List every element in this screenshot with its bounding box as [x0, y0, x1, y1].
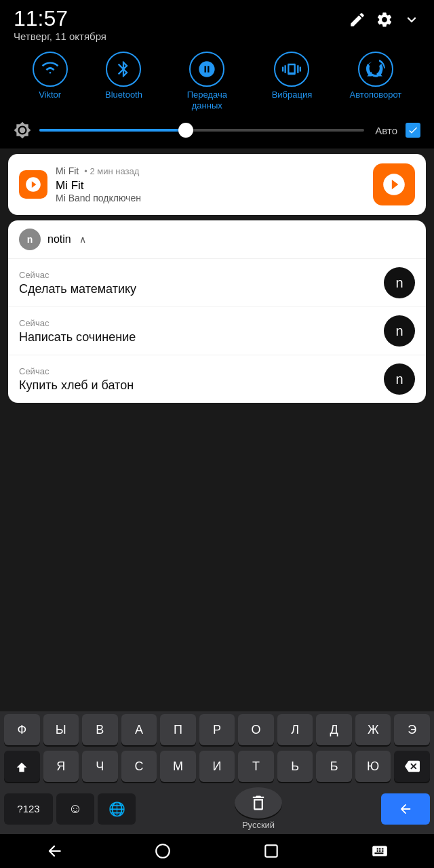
- quick-settings: Viktor Bluetooth Передача данных Вибраци…: [0, 45, 434, 149]
- key-num[interactable]: ?123: [4, 793, 53, 825]
- nav-keyboard-button[interactable]: [363, 837, 397, 865]
- time: 11:57: [14, 7, 106, 31]
- key-space-area: Русский: [139, 787, 378, 830]
- key-emoji[interactable]: ☺: [56, 793, 94, 825]
- keyboard-row-2: Я Ч С М И Т Ь Б Ю: [0, 748, 434, 785]
- key-p[interactable]: П: [160, 714, 196, 745]
- nav-home-button[interactable]: [146, 837, 180, 865]
- tile-data[interactable]: Передача данных: [180, 52, 234, 111]
- notin-item-2-text: Написать сочинение: [19, 330, 384, 344]
- notin-item-1-time: Сейчас: [19, 270, 384, 280]
- keyboard: Ф Ы В А П Р О Л Д Ж Э Я Ч С М И Т Ь Б Ю …: [0, 711, 434, 834]
- notin-avatar: n: [19, 229, 41, 250]
- status-bar: 11:57 Четверг, 11 октября: [0, 0, 434, 45]
- nav-back-button[interactable]: [37, 837, 71, 865]
- keyboard-bottom-row: ?123 ☺ 🌐 Русский: [0, 785, 434, 834]
- svg-point-0: [156, 844, 170, 858]
- key-v[interactable]: В: [82, 714, 118, 745]
- notin-item-2-time: Сейчас: [19, 318, 384, 328]
- key-r[interactable]: Р: [199, 714, 235, 745]
- tile-vibration[interactable]: Вибрация: [272, 52, 313, 111]
- nav-recents-button[interactable]: [254, 837, 288, 865]
- tile-wifi[interactable]: Viktor: [33, 52, 68, 111]
- key-ch[interactable]: Ч: [82, 751, 118, 782]
- notin-item-1-left: Сейчас Сделать математику: [19, 270, 384, 296]
- mifit-header: Mi Fit • 2 мин назад: [56, 165, 365, 176]
- key-b[interactable]: Б: [316, 751, 352, 782]
- notin-item-2[interactable]: Сейчас Написать сочинение n: [8, 307, 426, 355]
- tile-vibration-label: Вибрация: [272, 90, 313, 100]
- tile-data-label: Передача данных: [180, 90, 234, 111]
- expand-icon[interactable]: [403, 11, 420, 28]
- key-i[interactable]: И: [199, 751, 235, 782]
- notin-item-3[interactable]: Сейчас Купить хлеб и батон n: [8, 355, 426, 403]
- mifit-content: Mi Fit • 2 мин назад Mi Fit Mi Band подк…: [56, 165, 365, 203]
- key-lang-label: Русский: [242, 820, 275, 830]
- status-left: 11:57 Четверг, 11 октября: [14, 7, 106, 42]
- notin-chevron-icon: ∧: [79, 234, 86, 245]
- key-backspace[interactable]: [394, 751, 430, 782]
- brightness-fill: [39, 129, 186, 132]
- mifit-notification[interactable]: Mi Fit • 2 мин назад Mi Fit Mi Band подк…: [8, 154, 426, 215]
- key-delete-center[interactable]: [235, 787, 282, 818]
- key-s[interactable]: С: [121, 751, 157, 782]
- mifit-big-icon: [373, 163, 415, 205]
- key-e[interactable]: Э: [394, 714, 430, 745]
- key-yu[interactable]: Ю: [355, 751, 391, 782]
- notin-notification[interactable]: n notin ∧ Сейчас Сделать математику n Се…: [8, 220, 426, 403]
- key-enter[interactable]: [381, 793, 430, 825]
- notin-item-1[interactable]: Сейчас Сделать математику n: [8, 259, 426, 307]
- edit-icon[interactable]: [349, 11, 366, 28]
- mifit-app-icon: [19, 170, 47, 199]
- nav-bar: [0, 834, 434, 868]
- data-tile-icon: [189, 52, 224, 87]
- svg-rect-1: [265, 845, 277, 856]
- tile-autorotate[interactable]: Автоповорот: [350, 52, 402, 111]
- auto-checkbox[interactable]: [406, 123, 420, 138]
- brightness-row: Авто: [14, 121, 420, 139]
- mifit-subtitle: Mi Band подключен: [56, 193, 365, 203]
- mifit-title: Mi Fit: [56, 179, 365, 193]
- key-ya[interactable]: Я: [43, 751, 79, 782]
- brightness-thumb: [178, 123, 193, 138]
- wifi-tile-icon: [33, 52, 68, 87]
- auto-label: Авто: [375, 125, 397, 136]
- notin-item-3-time: Сейчас: [19, 366, 384, 376]
- key-f[interactable]: Ф: [4, 714, 40, 745]
- notin-item-2-avatar: n: [384, 315, 415, 347]
- settings-icon[interactable]: [376, 11, 393, 28]
- tile-autorotate-label: Автоповорот: [350, 90, 402, 100]
- bluetooth-tile-icon: [106, 52, 141, 87]
- notin-header: n notin ∧: [8, 220, 426, 259]
- notin-item-3-avatar: n: [384, 363, 415, 395]
- status-right: [349, 7, 420, 28]
- notin-app-name: notin: [47, 233, 71, 245]
- key-a[interactable]: А: [121, 714, 157, 745]
- brightness-slider[interactable]: [39, 129, 364, 132]
- key-zh[interactable]: Ж: [355, 714, 391, 745]
- mifit-app-name: Mi Fit: [56, 165, 79, 176]
- key-d[interactable]: Д: [316, 714, 352, 745]
- tile-bluetooth[interactable]: Bluetooth: [105, 52, 142, 111]
- quick-tiles: Viktor Bluetooth Передача данных Вибраци…: [14, 52, 420, 111]
- mifit-time: • 2 мин назад: [84, 166, 139, 176]
- vibration-tile-icon: [274, 52, 309, 87]
- key-y[interactable]: Ы: [43, 714, 79, 745]
- key-shift[interactable]: [4, 751, 40, 782]
- key-m[interactable]: М: [160, 751, 196, 782]
- tile-bluetooth-label: Bluetooth: [105, 90, 142, 100]
- notin-item-2-left: Сейчас Написать сочинение: [19, 318, 384, 344]
- key-o[interactable]: О: [238, 714, 274, 745]
- notin-item-1-text: Сделать математику: [19, 282, 384, 296]
- date: Четверг, 11 октября: [14, 31, 106, 42]
- key-l[interactable]: Л: [277, 714, 313, 745]
- key-t[interactable]: Т: [238, 751, 274, 782]
- notin-item-3-left: Сейчас Купить хлеб и батон: [19, 366, 384, 393]
- keyboard-row-1: Ф Ы В А П Р О Л Д Ж Э: [0, 711, 434, 748]
- key-soft[interactable]: Ь: [277, 751, 313, 782]
- notin-item-3-text: Купить хлеб и батон: [19, 378, 384, 393]
- key-globe[interactable]: 🌐: [98, 793, 136, 825]
- brightness-icon: [14, 121, 31, 139]
- tile-wifi-label: Viktor: [39, 90, 61, 100]
- notin-item-1-avatar: n: [384, 267, 415, 298]
